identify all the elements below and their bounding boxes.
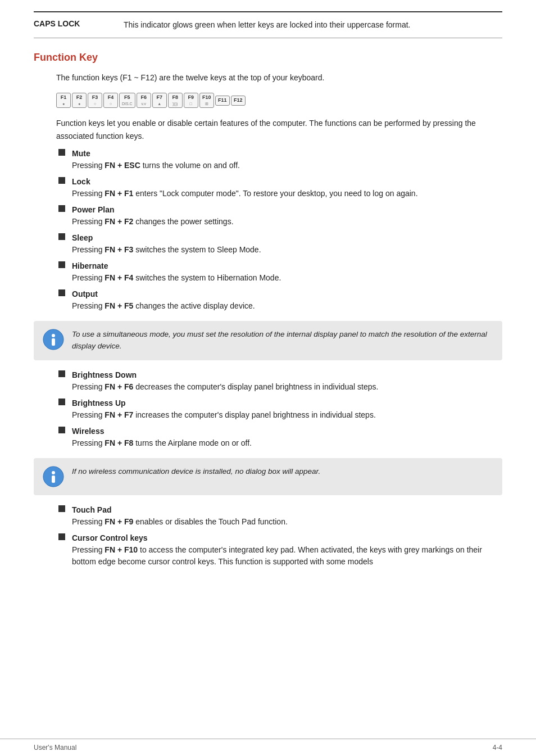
bullet-title-brightness-up: Brightness Up [72,397,502,409]
svg-rect-2 [52,338,55,346]
footer-left: User's Manual [34,744,76,752]
bullet-content-brightness-up: Brightness Up Pressing FN + F7 increases… [72,397,502,421]
bullet-content-power-plan: Power Plan Pressing FN + F2 changes the … [72,204,502,228]
caps-lock-desc: This indicator glows green when letter k… [124,19,410,31]
bullet-icon [58,370,65,377]
key-f8: F8)))) [168,93,183,108]
bullet-icon [58,505,65,512]
bullet-content-output: Output Pressing FN + F5 changes the acti… [72,288,502,312]
bullet-icon [58,177,65,184]
svg-point-1 [52,334,55,337]
bullet-title-hibernate: Hibernate [72,260,502,272]
key-f7: F7▲ [152,93,167,108]
function-key-list-2: Brightness Down Pressing FN + F6 decreas… [56,369,502,449]
info-box-1: To use a simultaneous mode, you must set… [34,321,502,360]
bullet-content-sleep: Sleep Pressing FN + F3 switches the syst… [72,232,502,256]
bullet-title-wireless: Wireless [72,425,502,437]
footer-right: 4-4 [493,744,502,752]
key-f12: F12 [231,96,246,106]
list-item-output: Output Pressing FN + F5 changes the acti… [56,288,502,312]
bullet-desc-brightness-up: Pressing FN + F7 increases the computer'… [72,409,502,421]
key-f11: F11 [215,96,230,106]
bullet-desc-touch-pad: Pressing FN + F9 enables or disables the… [72,516,502,528]
list-item-brightness-down: Brightness Down Pressing FN + F6 decreas… [56,369,502,393]
list-item-lock: Lock Pressing FN + F1 enters "Lock compu… [56,176,502,200]
key-f4: F4○ [103,93,118,108]
function-keys-row: F1● F2● F3○ F4○ F5DIS.C F6v.v F7▲ F8))))… [56,93,502,108]
bullet-content-lock: Lock Pressing FN + F1 enters "Lock compu… [72,176,502,200]
list-item-cursor-control: Cursor Control keys Pressing FN + F10 to… [56,532,502,568]
bullet-title-touch-pad: Touch Pad [72,504,502,516]
bullet-title-cursor-control: Cursor Control keys [72,532,502,544]
bullet-desc-mute: Pressing FN + ESC turns the volume on an… [72,160,502,171]
list-item-power-plan: Power Plan Pressing FN + F2 changes the … [56,204,502,228]
bullet-content-cursor-control: Cursor Control keys Pressing FN + F10 to… [72,532,502,568]
bullet-icon [58,261,65,268]
info-text-1: To use a simultaneous mode, you must set… [72,329,493,352]
key-f5: F5DIS.C [119,93,135,108]
footer: User's Manual 4-4 [0,739,536,756]
bullet-icon [58,289,65,296]
bullet-desc-hibernate: Pressing FN + F4 switches the system to … [72,272,502,284]
bullet-desc-lock: Pressing FN + F1 enters "Lock computer m… [72,188,502,200]
function-key-list: Mute Pressing FN + ESC turns the volume … [56,148,502,312]
body-text: Function keys let you enable or disable … [56,117,502,142]
list-item-touch-pad: Touch Pad Pressing FN + F9 enables or di… [56,504,502,528]
bullet-content-brightness-down: Brightness Down Pressing FN + F6 decreas… [72,369,502,393]
key-f6: F6v.v [137,93,151,108]
bullet-title-sleep: Sleep [72,232,502,244]
info-text-2: If no wireless communication device is i… [72,466,320,478]
bullet-content-hibernate: Hibernate Pressing FN + F4 switches the … [72,260,502,284]
bullet-title-mute: Mute [72,148,502,160]
bullet-icon [58,233,65,240]
bullet-icon [58,427,65,433]
bullet-content-mute: Mute Pressing FN + ESC turns the volume … [72,148,502,171]
svg-rect-5 [52,476,55,483]
svg-point-4 [52,471,55,474]
intro-text: The function keys (F1 ~ F12) are the twe… [56,71,502,84]
bullet-title-brightness-down: Brightness Down [72,369,502,381]
bullet-desc-brightness-down: Pressing FN + F6 decreases the computer'… [72,381,502,393]
list-item-mute: Mute Pressing FN + ESC turns the volume … [56,148,502,171]
info-box-2: If no wireless communication device is i… [34,458,502,495]
bullet-icon [58,533,65,540]
bullet-desc-cursor-control: Pressing FN + F10 to access the computer… [72,544,502,568]
bullet-icon [58,149,65,156]
info-icon-1 [43,329,64,350]
bullet-desc-wireless: Pressing FN + F8 turns the Airplane mode… [72,437,502,449]
bullet-title-lock: Lock [72,176,502,188]
bullet-icon [58,205,65,212]
bullet-desc-power-plan: Pressing FN + F2 changes the power setti… [72,216,502,228]
caps-lock-label: CAPS LOCK [34,19,124,28]
list-item-sleep: Sleep Pressing FN + F3 switches the syst… [56,232,502,256]
key-f2: F2● [72,93,87,108]
function-key-list-3: Touch Pad Pressing FN + F9 enables or di… [56,504,502,568]
list-item-brightness-up: Brightness Up Pressing FN + F7 increases… [56,397,502,421]
bullet-title-power-plan: Power Plan [72,204,502,216]
bullet-content-touch-pad: Touch Pad Pressing FN + F9 enables or di… [72,504,502,528]
list-item-wireless: Wireless Pressing FN + F8 turns the Airp… [56,425,502,449]
bullet-desc-sleep: Pressing FN + F3 switches the system to … [72,244,502,256]
bullet-content-wireless: Wireless Pressing FN + F8 turns the Airp… [72,425,502,449]
bullet-icon [58,399,65,405]
section-title: Function Key [34,52,502,64]
key-f1: F1● [56,93,71,108]
info-icon-2 [43,466,64,487]
key-f10: F10⊞ [199,93,214,108]
bullet-title-output: Output [72,288,502,300]
list-item-hibernate: Hibernate Pressing FN + F4 switches the … [56,260,502,284]
key-f9: F9□ [184,93,198,108]
key-f3: F3○ [88,93,102,108]
bullet-desc-output: Pressing FN + F5 changes the active disp… [72,300,502,312]
